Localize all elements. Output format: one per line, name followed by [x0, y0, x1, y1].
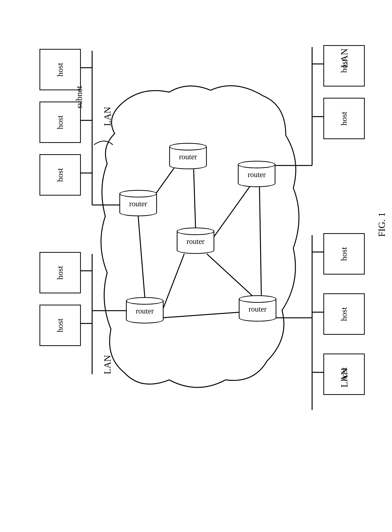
lan-label: LAN — [339, 368, 350, 387]
host-box: host — [323, 233, 365, 275]
router: router — [177, 228, 214, 254]
host-label: host — [55, 318, 65, 332]
host-label: host — [55, 63, 65, 76]
host-label: host — [55, 115, 65, 129]
router-label: router — [238, 170, 275, 179]
router: router — [239, 295, 276, 322]
router-label: router — [177, 237, 214, 246]
router: router — [238, 161, 275, 187]
router-label: router — [119, 199, 157, 208]
svg-line-18 — [138, 216, 145, 297]
router-label: router — [239, 305, 276, 313]
host-box: host — [39, 305, 81, 346]
router: router — [126, 297, 163, 323]
router: router — [119, 190, 157, 216]
host-label: host — [339, 112, 349, 125]
host-label: host — [55, 266, 65, 280]
subnet-label: subnet — [74, 86, 84, 108]
lan-label: LAN — [339, 48, 350, 68]
host-box: host — [39, 252, 81, 293]
host-box: host — [323, 98, 365, 139]
router-label: router — [126, 307, 163, 315]
lan-label: LAN — [102, 355, 113, 374]
host-box: host — [39, 154, 81, 196]
svg-line-20 — [194, 169, 196, 228]
diagram-canvas: host host host host host host host host … — [0, 0, 392, 532]
router: router — [169, 143, 207, 169]
svg-line-21 — [162, 254, 184, 312]
host-label: host — [55, 168, 65, 182]
svg-line-25 — [259, 186, 261, 295]
host-label: host — [339, 307, 349, 321]
svg-line-24 — [162, 312, 241, 318]
host-label: host — [339, 247, 349, 261]
host-box: host — [39, 49, 81, 90]
router-label: router — [169, 152, 207, 161]
host-box: host — [323, 293, 365, 335]
figure-caption: FIG. 1 — [376, 212, 387, 237]
lan-label: LAN — [102, 107, 113, 126]
svg-line-23 — [207, 254, 254, 297]
